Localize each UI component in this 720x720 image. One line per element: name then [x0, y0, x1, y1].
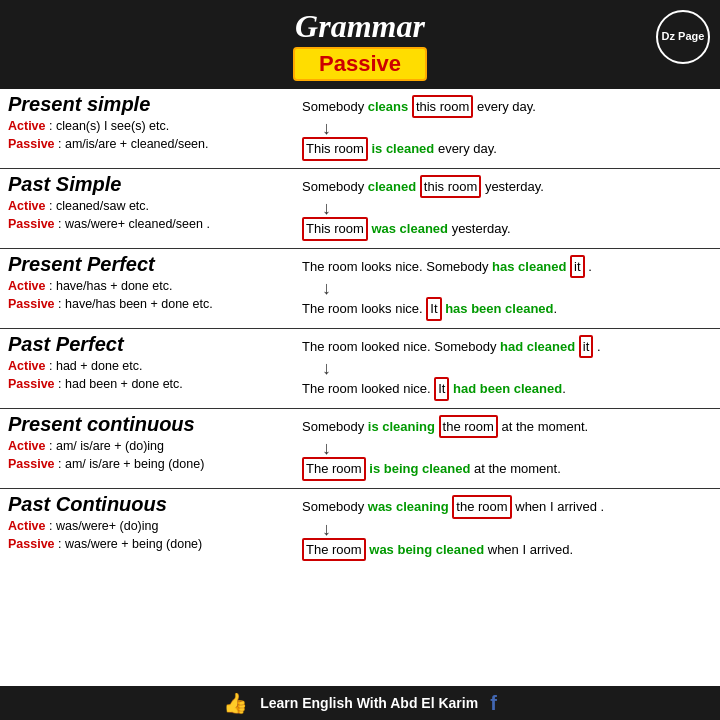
active-rule-past-perfect: Active : had + done etc. — [8, 358, 292, 376]
boxed-word: this room — [420, 175, 481, 199]
active-text: : was/were+ (do)ing — [46, 519, 159, 533]
green-verb: is being cleaned — [369, 461, 470, 476]
green-verb: is cleaned — [371, 141, 434, 156]
passive-label: Passive — [8, 377, 55, 391]
passive-text: : am/ is/are + being (done) — [55, 457, 205, 471]
example-bottom-present-perfect: The room looks nice. It has been cleaned… — [302, 297, 712, 321]
active-rule-present-continuous: Active : am/ is/are + (do)ing — [8, 438, 292, 456]
passive-rule-present-simple: Passive : am/is/are + cleaned/seen. — [8, 136, 292, 154]
right-present-continuous: Somebody is cleaning the room at the mom… — [298, 413, 712, 484]
passive-text: : was/were+ cleaned/seen . — [55, 217, 210, 231]
passive-text: : have/has been + done etc. — [55, 297, 213, 311]
green-word: has cleaned — [492, 259, 566, 274]
title-present-simple: Present simple — [8, 93, 292, 116]
title-present-perfect: Present Perfect — [8, 253, 292, 276]
right-past-perfect: The room looked nice. Somebody had clean… — [298, 333, 712, 404]
example-bottom-past-simple: This room was cleaned yesterday. — [302, 217, 712, 241]
example-top-past-perfect: The room looked nice. Somebody had clean… — [302, 335, 712, 359]
page-title: Grammar — [0, 8, 720, 45]
footer: 👍 Learn English With Abd El Karim f — [0, 686, 720, 720]
green-word: is cleaning — [368, 419, 435, 434]
boxed-word: the room — [439, 415, 498, 439]
active-text: : had + done etc. — [46, 359, 143, 373]
passive-text: : am/is/are + cleaned/seen. — [55, 137, 209, 151]
green-verb: was cleaned — [371, 221, 448, 236]
active-text: : clean(s) I see(s) etc. — [46, 119, 170, 133]
boxed-subject: This room — [302, 217, 368, 241]
passive-text: : was/were + being (done) — [55, 537, 203, 551]
facebook-icon: f — [490, 692, 497, 715]
active-label: Active — [8, 279, 46, 293]
arrow-icon: ↓ — [322, 359, 712, 377]
green-verb: was being cleaned — [369, 542, 484, 557]
passive-rule-past-perfect: Passive : had been + done etc. — [8, 376, 292, 394]
section-past-simple: Past Simple Active : cleaned/saw etc. Pa… — [0, 169, 720, 249]
example-bottom-present-simple: This room is cleaned every day. — [302, 137, 712, 161]
passive-label: Passive — [8, 537, 55, 551]
passive-rule-present-continuous: Passive : am/ is/are + being (done) — [8, 456, 292, 474]
left-past-simple: Past Simple Active : cleaned/saw etc. Pa… — [8, 173, 298, 244]
left-present-perfect: Present Perfect Active : have/has + done… — [8, 253, 298, 324]
header: Grammar Passive Dz Page — [0, 0, 720, 89]
section-past-perfect: Past Perfect Active : had + done etc. Pa… — [0, 329, 720, 409]
active-text: : have/has + done etc. — [46, 279, 173, 293]
title-past-continuous: Past Continuous — [8, 493, 292, 516]
dz-badge: Dz Page — [656, 10, 710, 64]
active-rule-past-continuous: Active : was/were+ (do)ing — [8, 518, 292, 536]
page: Grammar Passive Dz Page Present simple A… — [0, 0, 720, 720]
example-top-present-simple: Somebody cleans this room every day. — [302, 95, 712, 119]
example-top-past-simple: Somebody cleaned this room yesterday. — [302, 175, 712, 199]
active-text: : cleaned/saw etc. — [46, 199, 150, 213]
active-label: Active — [8, 199, 46, 213]
boxed-word: the room — [452, 495, 511, 519]
title-past-perfect: Past Perfect — [8, 333, 292, 356]
example-top-present-continuous: Somebody is cleaning the room at the mom… — [302, 415, 712, 439]
left-past-perfect: Past Perfect Active : had + done etc. Pa… — [8, 333, 298, 404]
right-present-simple: Somebody cleans this room every day. ↓ T… — [298, 93, 712, 164]
boxed-word: this room — [412, 95, 473, 119]
active-rule-past-simple: Active : cleaned/saw etc. — [8, 198, 292, 216]
boxed-subject: This room — [302, 137, 368, 161]
section-present-perfect: Present Perfect Active : have/has + done… — [0, 249, 720, 329]
left-past-continuous: Past Continuous Active : was/were+ (do)i… — [8, 493, 298, 565]
passive-rule-past-continuous: Passive : was/were + being (done) — [8, 536, 292, 554]
left-present-continuous: Present continuous Active : am/ is/are +… — [8, 413, 298, 484]
example-bottom-past-continuous: The room was being cleaned when I arrive… — [302, 538, 712, 562]
active-label: Active — [8, 519, 46, 533]
green-word: had cleaned — [500, 339, 575, 354]
active-label: Active — [8, 439, 46, 453]
thumbs-up-icon: 👍 — [223, 691, 248, 715]
passive-label: Passive — [8, 137, 55, 151]
boxed-word: it — [570, 255, 585, 279]
passive-rule-present-perfect: Passive : have/has been + done etc. — [8, 296, 292, 314]
example-bottom-present-continuous: The room is being cleaned at the moment. — [302, 457, 712, 481]
active-rule-present-simple: Active : clean(s) I see(s) etc. — [8, 118, 292, 136]
right-past-simple: Somebody cleaned this room yesterday. ↓ … — [298, 173, 712, 244]
title-present-continuous: Present continuous — [8, 413, 292, 436]
content: Present simple Active : clean(s) I see(s… — [0, 89, 720, 686]
arrow-icon: ↓ — [322, 119, 712, 137]
arrow-icon: ↓ — [322, 199, 712, 217]
left-present-simple: Present simple Active : clean(s) I see(s… — [8, 93, 298, 164]
active-label: Active — [8, 119, 46, 133]
active-rule-present-perfect: Active : have/has + done etc. — [8, 278, 292, 296]
right-past-continuous: Somebody was cleaning the room when I ar… — [298, 493, 712, 565]
passive-text: : had been + done etc. — [55, 377, 183, 391]
section-present-continuous: Present continuous Active : am/ is/are +… — [0, 409, 720, 489]
title-past-simple: Past Simple — [8, 173, 292, 196]
boxed-subject: The room — [302, 538, 366, 562]
green-verb: has been cleaned — [445, 301, 553, 316]
passive-rule-past-simple: Passive : was/were+ cleaned/seen . — [8, 216, 292, 234]
boxed-subject: It — [426, 297, 441, 321]
right-present-perfect: The room looks nice. Somebody has cleane… — [298, 253, 712, 324]
green-verb: had been cleaned — [453, 381, 562, 396]
section-past-continuous: Past Continuous Active : was/were+ (do)i… — [0, 489, 720, 569]
example-top-past-continuous: Somebody was cleaning the room when I ar… — [302, 495, 712, 519]
green-word: cleaned — [368, 179, 416, 194]
example-top-present-perfect: The room looks nice. Somebody has cleane… — [302, 255, 712, 279]
green-word: cleans — [368, 99, 408, 114]
active-text: : am/ is/are + (do)ing — [46, 439, 164, 453]
arrow-icon: ↓ — [322, 439, 712, 457]
boxed-subject: The room — [302, 457, 366, 481]
boxed-subject: It — [434, 377, 449, 401]
